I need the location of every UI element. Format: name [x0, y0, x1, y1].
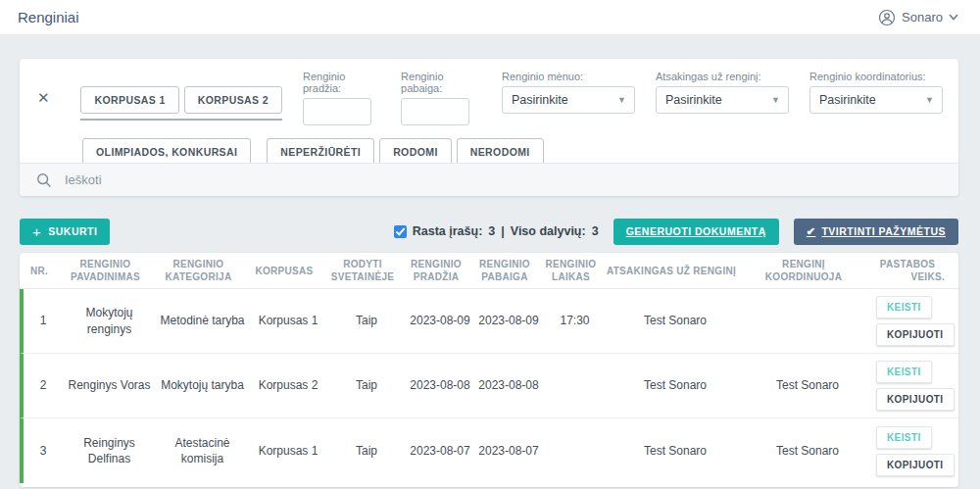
coordinator-value: Pasirinkite — [819, 93, 876, 107]
edit-button[interactable]: KEISTI — [876, 426, 932, 449]
col-building: KORPUSAS — [245, 265, 323, 277]
caret-down-icon: ▼ — [617, 95, 626, 105]
responsible-value: Pasirinkite — [665, 93, 722, 107]
generate-document-button[interactable]: GENERUOTI DOKUMENTĄ — [613, 219, 779, 245]
table-row: 2 Renginys Voras Mokytojų taryba Korpusa… — [20, 354, 958, 418]
cell-nr: 3 — [24, 443, 63, 459]
cell-responsible: Test Sonaro — [607, 443, 744, 459]
plus-icon: + — [32, 224, 41, 239]
cell-show-on-site: Taip — [327, 313, 406, 328]
cell-end: 2023-08-08 — [474, 377, 543, 393]
col-end: RENGINIO PABAIGA — [470, 258, 539, 283]
participants-count: 3 — [592, 224, 599, 238]
found-label: Rasta įrašų: — [413, 224, 483, 238]
participants-label: Viso dalyvių: — [511, 224, 586, 238]
results-summary: Rasta įrašų: 3 | Viso dalyvių: 3 — [394, 224, 599, 238]
event-end-input[interactable] — [401, 98, 469, 125]
edit-button[interactable]: KEISTI — [876, 361, 932, 383]
search-bar — [20, 163, 958, 196]
cell-end: 2023-08-09 — [474, 313, 543, 328]
page-title: Renginiai — [18, 9, 79, 25]
toolbar-right: Rasta įrašų: 3 | Viso dalyvių: 3 GENERUO… — [394, 219, 958, 245]
building-button-group: KORPUSAS 1 KORPUSAS 2 — [80, 86, 282, 121]
cell-name: Reinginys Delfinas — [63, 435, 156, 466]
caret-down-icon: ▼ — [771, 95, 780, 105]
cell-nr: 1 — [24, 313, 63, 328]
filter-button-korpusas-2[interactable]: KORPUSAS 2 — [184, 86, 282, 114]
cell-show-on-site: Taip — [327, 377, 406, 393]
filter-button-olimpiados[interactable]: OLIMPIADOS, KONKURSAI — [82, 138, 251, 166]
filter-button-neperziureti[interactable]: NEPERŽIŪRĖTI — [267, 138, 374, 166]
user-name: Sonaro — [902, 10, 943, 24]
coordinator-label: Renginio koordinatorius: — [809, 71, 943, 82]
cell-responsible: Test Sonaro — [607, 377, 744, 393]
events-table: NR. RENGINIO PAVADINIMAS RENGINIO KATEGO… — [20, 253, 958, 487]
select-all-checkbox[interactable] — [394, 225, 407, 238]
responsible-label: Atsakingas už renginį: — [656, 71, 789, 82]
event-start-input[interactable] — [303, 98, 371, 125]
cell-building: Korpusas 2 — [249, 377, 327, 393]
col-start: RENGINIO PRADŽIA — [402, 258, 470, 283]
search-icon — [36, 172, 52, 188]
events-page: Renginiai Sonaro ✕ KORPUSAS 1 KORPUSAS 2… — [0, 0, 980, 489]
cell-name: Renginys Voras — [63, 377, 156, 393]
create-button[interactable]: + SUKURTI — [20, 219, 110, 245]
responsible-select[interactable]: Pasirinkite ▼ — [656, 86, 789, 114]
clear-filters-icon[interactable]: ✕ — [37, 90, 55, 105]
event-month-field: Renginio mėnuo: Pasirinkite ▼ — [502, 71, 635, 114]
col-responsible: ATSAKINGAS UŽ RENGINĮ — [603, 265, 740, 277]
event-month-value: Pasirinkite — [512, 93, 568, 107]
filters-panel: ✕ KORPUSAS 1 KORPUSAS 2 Renginio pradžia… — [20, 59, 958, 196]
filters-row-1: ✕ KORPUSAS 1 KORPUSAS 2 Renginio pradžia… — [20, 59, 958, 125]
filter-button-rodomi[interactable]: RODOMI — [379, 138, 452, 166]
cell-actions: KEISTI KOPIJUOTI — [871, 361, 958, 411]
filter-button-korpusas-1[interactable]: KORPUSAS 1 — [80, 86, 178, 114]
cell-start: 2023-08-09 — [406, 313, 474, 328]
cell-show-on-site: Taip — [327, 443, 406, 459]
edit-button[interactable]: KEISTI — [876, 296, 932, 318]
event-start-label: Renginio pradžia: — [303, 71, 380, 94]
top-bar: Renginiai Sonaro — [0, 0, 980, 35]
cell-category: Mokytojų taryba — [156, 377, 249, 393]
col-category: RENGINIO KATEGORIJA — [152, 258, 245, 283]
cell-category: Metodinė taryba — [156, 313, 249, 328]
coordinator-select[interactable]: Pasirinkite ▼ — [809, 86, 943, 114]
col-actions-line2: VEIKS. — [870, 270, 945, 283]
cell-building: Korpusas 1 — [249, 313, 327, 328]
col-actions: PASTABOS VEIKS. — [867, 258, 958, 283]
col-name: RENGINIO PAVADINIMAS — [59, 258, 152, 283]
cell-actions: KEISTI KOPIJUOTI — [871, 296, 958, 346]
col-nr: NR. — [20, 265, 59, 277]
cell-coordinator: Test Sonaro — [744, 443, 871, 459]
cell-building: Korpusas 1 — [249, 443, 327, 459]
cell-coordinator: Test Sonaro — [744, 377, 871, 393]
chevron-down-icon — [949, 14, 958, 21]
col-coordinator: RENGINĮ KOORDINUOJA — [740, 258, 867, 283]
filter-button-nerodomi[interactable]: NERODOMI — [457, 138, 544, 166]
create-button-label: SUKURTI — [48, 225, 97, 237]
cell-end: 2023-08-07 — [474, 443, 543, 459]
col-actions-line1: PASTABOS — [870, 258, 945, 270]
table-header-row: NR. RENGINIO PAVADINIMAS RENGINIO KATEGO… — [20, 253, 958, 289]
confirm-marked-button[interactable]: ✔ TVIRTINTI PAŽYMĖTUS — [794, 219, 958, 245]
caret-down-icon: ▼ — [925, 95, 934, 105]
copy-button[interactable]: KOPIJUOTI — [876, 454, 955, 476]
user-menu[interactable]: Sonaro — [878, 9, 958, 26]
search-input[interactable] — [65, 172, 945, 187]
cell-time: 17:30 — [543, 313, 607, 328]
cell-nr: 2 — [24, 377, 63, 393]
copy-button[interactable]: KOPIJUOTI — [876, 323, 955, 346]
found-count: 3 — [488, 224, 495, 238]
col-show-on-site: RODYTI SVETAINĖJE — [323, 258, 402, 283]
cell-category: Atestacinė komisija — [156, 435, 249, 466]
cell-name: Mokytojų renginys — [63, 305, 156, 336]
event-start-field: Renginio pradžia: — [303, 71, 380, 125]
event-end-field: Renginio pabaiga: — [401, 71, 481, 125]
event-month-select[interactable]: Pasirinkite ▼ — [502, 86, 635, 114]
col-time: RENGINIO LAIKAS — [539, 258, 603, 283]
copy-button[interactable]: KOPIJUOTI — [876, 388, 955, 411]
confirm-marked-label: TVIRTINTI PAŽYMĖTUS — [821, 225, 946, 237]
table-row: 3 Reinginys Delfinas Atestacinė komisija… — [20, 418, 958, 483]
cell-responsible: Test Sonaro — [607, 313, 744, 328]
table-toolbar: + SUKURTI Rasta įrašų: 3 | Viso dalyvių:… — [20, 218, 958, 245]
